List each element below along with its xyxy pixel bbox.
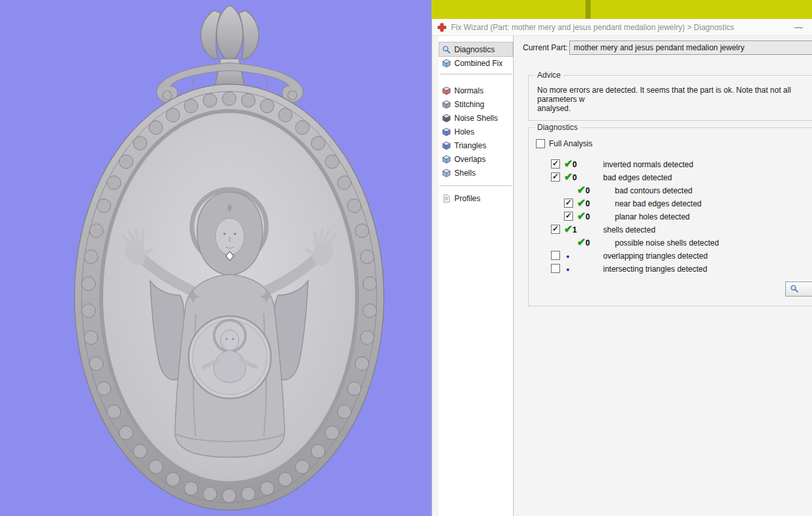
- sidebar-item-noise-shells[interactable]: Noise Shells: [439, 111, 512, 125]
- row-near-bad-edges: ✔ 0 near bad edges detected: [551, 197, 812, 210]
- profiles-icon: [442, 194, 451, 203]
- row-intersecting-triangles: intersecting triangles detected: [551, 263, 812, 276]
- sidebar-item-label: Profiles: [454, 194, 480, 203]
- advice-group-title: Advice: [535, 71, 563, 80]
- sidebar-item-label: Overlaps: [454, 155, 486, 164]
- full-analysis-label: Full Analysis: [549, 139, 593, 148]
- check-icon: ✔: [577, 197, 586, 209]
- overlaps-icon: [442, 155, 451, 164]
- result-count: 0: [586, 186, 590, 195]
- result-count: 0: [572, 173, 577, 182]
- check-icon: ✔: [577, 210, 586, 222]
- sidebar-item-profiles[interactable]: Profiles: [439, 191, 512, 205]
- not-run-dot-icon: [567, 255, 569, 258]
- sidebar-item-label: Diagnostics: [454, 45, 495, 54]
- viewport-3d[interactable]: [0, 0, 432, 516]
- sidebar-item-label: Shells: [454, 169, 476, 178]
- current-part-label: Current Part:: [523, 43, 568, 52]
- row-overlapping-triangles: overlapping triangles detected: [551, 250, 812, 263]
- triangles-icon: [442, 141, 451, 150]
- planar-holes-checkbox[interactable]: [564, 212, 573, 221]
- fix-wizard-dialog: Fix Wizard (Part: mother mery and jesus …: [431, 19, 812, 516]
- sidebar-item-stitching[interactable]: Stitching: [439, 97, 512, 111]
- sidebar-item-label: Triangles: [454, 141, 486, 150]
- row-bad-contours: ✔ 0 bad contours detected: [551, 184, 812, 197]
- sidebar-item-triangles[interactable]: Triangles: [439, 138, 512, 152]
- advice-text: No more errors are detected. It seems th…: [529, 76, 812, 113]
- minimize-button[interactable]: —: [792, 22, 805, 32]
- holes-icon: [442, 127, 451, 137]
- result-label: shells detected: [603, 225, 655, 234]
- result-label: bad contours detected: [615, 186, 693, 195]
- check-icon: ✔: [577, 236, 586, 248]
- magnifier-icon: [790, 284, 800, 294]
- combined-fix-icon: [442, 59, 451, 68]
- current-part-field[interactable]: [569, 40, 812, 55]
- list-separator: [440, 185, 512, 186]
- result-label: possible noise shells detected: [615, 238, 719, 248]
- bad-edges-checkbox[interactable]: [551, 172, 560, 182]
- shells-icon: [442, 169, 451, 178]
- row-shells: ✔ 1 shells detected: [551, 223, 812, 236]
- pendant-model: [0, 0, 432, 516]
- result-count: 0: [586, 199, 590, 208]
- background-app-strip: [431, 0, 812, 19]
- result-label: overlapping triangles detected: [603, 251, 708, 261]
- pendant-bail: [201, 5, 259, 87]
- row-planar-holes: ✔ 0 planar holes detected: [551, 210, 812, 223]
- check-icon: ✔: [564, 171, 572, 183]
- intersecting-triangles-checkbox[interactable]: [551, 264, 560, 273]
- magnifier-icon: [442, 45, 451, 54]
- result-label: bad edges detected: [603, 173, 672, 182]
- sidebar-item-label: Combined Fix: [454, 59, 503, 68]
- shells-checkbox[interactable]: [551, 225, 560, 234]
- check-icon: ✔: [577, 184, 586, 196]
- result-count: 0: [586, 212, 590, 221]
- wizard-sidebar: Diagnostics Combined Fix Normals Stitchi…: [439, 36, 514, 516]
- result-count: 0: [586, 238, 590, 248]
- result-label: intersecting triangles detected: [603, 265, 707, 274]
- result-count: 1: [572, 225, 577, 234]
- full-analysis-checkbox[interactable]: [536, 139, 545, 148]
- diagnostics-group-title: Diagnostics: [535, 123, 580, 132]
- sidebar-item-combined-fix[interactable]: Combined Fix: [439, 56, 512, 70]
- fix-wizard-cross-icon: [437, 23, 446, 32]
- stitching-icon: [442, 100, 451, 109]
- result-label: near bad edges detected: [615, 199, 702, 208]
- inverted-normals-checkbox[interactable]: [551, 159, 560, 169]
- diagnostics-rows: ✔ 0 inverted normals detected ✔ 0 bad ed…: [551, 158, 812, 276]
- wizard-content: Current Part: Advice No more errors are …: [514, 36, 812, 516]
- sidebar-item-label: Holes: [454, 127, 475, 137]
- dialog-titlebar: Fix Wizard (Part: mother mery and jesus …: [432, 19, 812, 36]
- overlapping-triangles-checkbox[interactable]: [551, 251, 560, 260]
- update-diagnostics-button[interactable]: [785, 282, 812, 297]
- check-icon: ✔: [564, 223, 572, 235]
- noise-shells-icon: [442, 114, 451, 123]
- sidebar-item-normals[interactable]: Normals: [439, 84, 512, 97]
- normals-icon: [442, 86, 451, 95]
- sidebar-item-label: Stitching: [454, 100, 484, 109]
- sidebar-item-holes[interactable]: Holes: [439, 125, 512, 138]
- diagnostics-group: Diagnostics Full Analysis ✔ 0 inverted n…: [528, 127, 812, 306]
- not-run-dot-icon: [567, 268, 569, 271]
- row-inverted-normals: ✔ 0 inverted normals detected: [551, 158, 812, 171]
- sidebar-item-diagnostics[interactable]: Diagnostics: [439, 42, 512, 56]
- full-analysis-row: Full Analysis: [536, 139, 593, 148]
- dialog-title: Fix Wizard (Part: mother mery and jesus …: [451, 23, 787, 32]
- advice-group: Advice No more errors are detected. It s…: [528, 75, 812, 121]
- near-bad-edges-checkbox[interactable]: [564, 199, 573, 208]
- screen: Fix Wizard (Part: mother mery and jesus …: [0, 0, 812, 516]
- check-icon: ✔: [564, 158, 572, 170]
- sidebar-item-label: Noise Shells: [454, 114, 498, 123]
- sidebar-item-shells[interactable]: Shells: [439, 166, 512, 180]
- strip-divider: [586, 0, 591, 19]
- row-bad-edges: ✔ 0 bad edges detected: [551, 171, 812, 184]
- result-count: 0: [572, 160, 577, 169]
- list-separator: [440, 74, 512, 74]
- sidebar-item-label: Normals: [454, 86, 484, 95]
- sidebar-item-overlaps[interactable]: Overlaps: [439, 152, 512, 166]
- row-possible-noise-shells: ✔ 0 possible noise shells detected: [551, 236, 812, 250]
- result-label: inverted normals detected: [603, 160, 693, 169]
- result-label: planar holes detected: [615, 212, 690, 221]
